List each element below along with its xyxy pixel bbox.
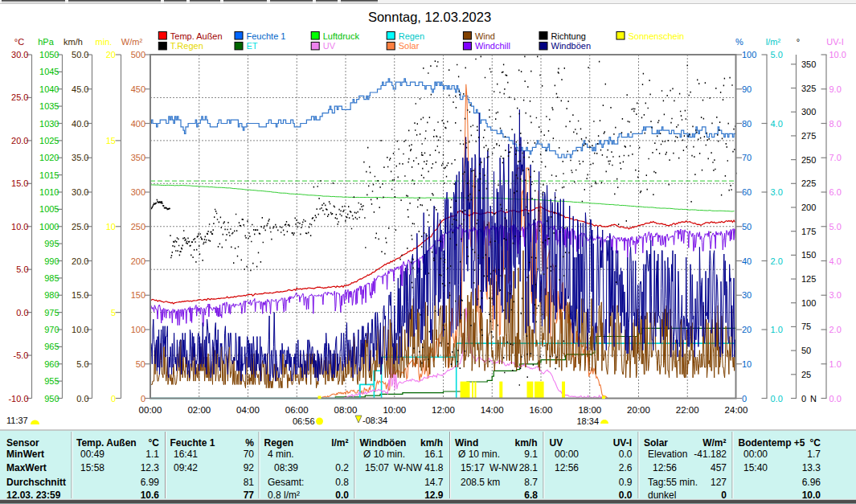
svg-text:50: 50 — [136, 359, 145, 369]
svg-text:0.9: 0.9 — [619, 477, 633, 488]
svg-text:10: 10 — [106, 222, 116, 232]
svg-text:UV-I: UV-I — [613, 437, 632, 449]
svg-text:40: 40 — [742, 256, 752, 266]
svg-text:1050: 1050 — [39, 50, 59, 59]
svg-text:7.0: 7.0 — [829, 153, 842, 162]
svg-text:350: 350 — [801, 59, 816, 69]
svg-text:10.0: 10.0 — [72, 325, 88, 334]
svg-text:4.0: 4.0 — [829, 256, 842, 266]
svg-text:10: 10 — [742, 359, 752, 369]
svg-text:Ø 10 min.: Ø 10 min. — [458, 449, 500, 460]
svg-text:0: 0 — [801, 394, 806, 404]
svg-text:90: 90 — [742, 84, 752, 94]
svg-text:9.1: 9.1 — [524, 449, 538, 460]
svg-text:1000: 1000 — [39, 222, 59, 232]
svg-text:09:42: 09:42 — [174, 462, 198, 473]
svg-text:MaxWert: MaxWert — [6, 462, 47, 473]
svg-text:Windböen: Windböen — [360, 437, 407, 449]
svg-text:0.0: 0.0 — [76, 394, 88, 404]
svg-text:30.0: 30.0 — [72, 187, 88, 197]
svg-text:200: 200 — [131, 256, 145, 266]
svg-text:°C: °C — [149, 437, 160, 449]
svg-text:10:00: 10:00 — [383, 405, 406, 415]
svg-text:1010: 1010 — [39, 187, 59, 197]
svg-text:0.0: 0.0 — [771, 394, 783, 404]
svg-text:°: ° — [797, 37, 800, 47]
svg-text:Sonntag, 12.03.2023: Sonntag, 12.03.2023 — [368, 10, 491, 24]
svg-text:Windböen: Windböen — [551, 41, 592, 51]
svg-text:20: 20 — [106, 50, 116, 59]
svg-text:18:34: 18:34 — [576, 416, 599, 426]
svg-text:970: 970 — [44, 325, 59, 334]
svg-text:0.8 l/m²: 0.8 l/m² — [268, 490, 300, 501]
svg-text:-08:34: -08:34 — [362, 416, 387, 425]
svg-text:77: 77 — [244, 490, 255, 501]
svg-text:975: 975 — [44, 308, 59, 318]
svg-text:450: 450 — [131, 84, 145, 94]
svg-text:0.2: 0.2 — [335, 462, 349, 473]
svg-text:950: 950 — [44, 394, 59, 404]
svg-text:990: 990 — [44, 256, 59, 266]
svg-text:12:56: 12:56 — [653, 462, 677, 473]
svg-text:Regen: Regen — [399, 31, 424, 41]
svg-text:985: 985 — [44, 273, 59, 283]
svg-text:12:00: 12:00 — [432, 405, 455, 415]
svg-text:15:07: 15:07 — [365, 462, 389, 473]
svg-text:Luftdruck: Luftdruck — [323, 31, 360, 41]
svg-text:Sonnenschein: Sonnenschein — [629, 31, 685, 41]
svg-text:14.7: 14.7 — [424, 477, 444, 488]
svg-text:km/h: km/h — [63, 37, 83, 47]
svg-text:15:17: 15:17 — [461, 462, 485, 473]
svg-text:325: 325 — [801, 84, 816, 93]
svg-text:0.0: 0.0 — [16, 308, 28, 318]
svg-text:16:00: 16:00 — [530, 405, 553, 415]
svg-text:06:56: 06:56 — [293, 416, 315, 426]
svg-text:hPa: hPa — [38, 37, 54, 47]
svg-text:965: 965 — [44, 342, 59, 351]
svg-text:-10.0: -10.0 — [8, 394, 28, 404]
svg-text:70: 70 — [742, 153, 752, 162]
svg-text:00:49: 00:49 — [80, 449, 104, 460]
svg-text:2.0: 2.0 — [829, 325, 842, 334]
svg-text:km/h: km/h — [514, 437, 537, 449]
svg-text:15:40: 15:40 — [743, 462, 768, 473]
svg-text:250: 250 — [801, 155, 816, 165]
svg-text:125: 125 — [801, 274, 816, 284]
svg-text:3.0: 3.0 — [829, 290, 842, 300]
svg-text:40.0: 40.0 — [72, 119, 88, 129]
svg-text:400: 400 — [131, 119, 145, 129]
svg-text:11:37: 11:37 — [6, 416, 28, 425]
svg-text:35.0: 35.0 — [72, 153, 88, 162]
svg-text:12:56: 12:56 — [555, 462, 579, 473]
svg-text:Windchill: Windchill — [475, 41, 510, 51]
svg-text:4.0: 4.0 — [771, 119, 783, 129]
svg-text:km/h: km/h — [420, 437, 443, 449]
svg-text:1.0: 1.0 — [771, 325, 783, 334]
svg-text:150: 150 — [801, 250, 816, 260]
svg-text:350: 350 — [131, 153, 145, 162]
svg-text:14:00: 14:00 — [481, 405, 504, 415]
svg-text:W-NW: W-NW — [394, 462, 423, 473]
svg-text:1025: 1025 — [39, 136, 59, 145]
svg-text:25.0: 25.0 — [11, 92, 28, 102]
svg-text:80: 80 — [742, 119, 752, 129]
svg-text:5: 5 — [111, 308, 116, 318]
svg-text:457: 457 — [711, 462, 727, 473]
svg-text:ET: ET — [247, 41, 258, 51]
svg-text:Wind: Wind — [455, 437, 478, 449]
svg-text:300: 300 — [801, 107, 816, 117]
svg-text:225: 225 — [801, 178, 816, 188]
svg-text:l/m²: l/m² — [766, 37, 781, 47]
svg-text:1.1: 1.1 — [145, 449, 159, 460]
svg-text:0: 0 — [141, 394, 145, 404]
svg-text:1020: 1020 — [39, 153, 59, 162]
svg-text:0.0: 0.0 — [619, 449, 633, 460]
svg-text:Bodentemp +5: Bodentemp +5 — [739, 437, 805, 449]
svg-text:°C: °C — [14, 37, 24, 47]
svg-text:24:00: 24:00 — [725, 405, 748, 415]
svg-text:W-NW: W-NW — [489, 462, 518, 473]
svg-text:UV: UV — [550, 437, 563, 449]
svg-text:1035: 1035 — [39, 101, 59, 111]
svg-text:3.0: 3.0 — [771, 187, 783, 197]
svg-text:980: 980 — [44, 290, 59, 300]
